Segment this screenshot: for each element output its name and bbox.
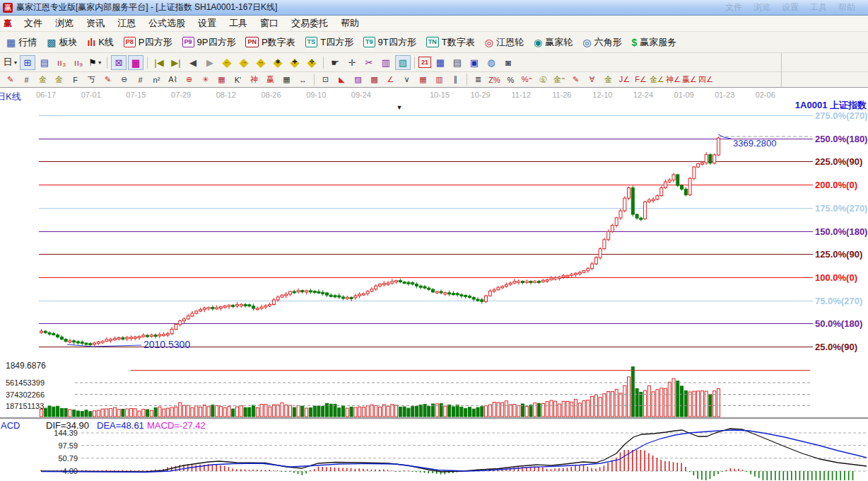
t-square-button[interactable]: TST四方形 — [300, 33, 358, 52]
menu-item-7[interactable]: 工具 — [223, 16, 254, 31]
draw-tool-icon-40[interactable]: J∠ — [617, 74, 632, 86]
draw-tool-icon-9[interactable]: # — [133, 74, 148, 86]
shift-left-icon[interactable]: ◆← — [219, 55, 235, 70]
menu-item-6[interactable]: 设置 — [192, 16, 223, 31]
draw-tool-icon-38[interactable]: ∀ — [585, 74, 599, 86]
draw-tool-icon-29[interactable]: ∥ — [448, 74, 463, 86]
draw-tool-icon-12[interactable]: ⊕ — [182, 74, 197, 86]
draw-tool-icon-36[interactable]: 金⁼ — [552, 74, 567, 86]
kline-period-select[interactable]: 日▼ — [3, 55, 18, 70]
first-page-icon[interactable]: |◀ — [151, 55, 167, 70]
calendar-icon[interactable]: 21 — [418, 57, 431, 68]
winner-wheel-button[interactable]: ◉赢家轮 — [529, 33, 577, 52]
draw-tool-icon-34[interactable]: %⁼ — [520, 74, 534, 86]
draw-tool-icon-24[interactable]: ▩ — [367, 74, 382, 86]
draw-tool-icon-11[interactable]: A⌇ — [165, 74, 180, 86]
draw-tool-icon-1[interactable]: ✎ — [3, 74, 18, 86]
draw-tool-icon-45[interactable]: 四∠ — [698, 74, 713, 86]
split3-chart-icon[interactable]: ıı₃ — [54, 55, 69, 70]
p-number-button[interactable]: PNP数字表 — [240, 33, 300, 52]
draw-tool-icon-19[interactable]: ↔ — [295, 74, 310, 86]
draw-tool-icon-16[interactable]: 神 — [247, 74, 262, 86]
draw-tool-icon-28[interactable]: ▥ — [432, 74, 447, 86]
crosshair-tool-icon[interactable]: ✛ — [344, 55, 360, 70]
shift-right-icon[interactable]: ◆→ — [236, 55, 252, 70]
save-icon[interactable]: ▣ — [467, 55, 482, 70]
analysis-window-icon[interactable]: ⊠ — [111, 55, 127, 70]
draw-tool-icon-21[interactable]: ⊡ — [318, 74, 333, 86]
menu-item-10[interactable]: 帮助 — [334, 16, 365, 31]
draw-tool-icon-5[interactable]: F — [68, 74, 83, 86]
menu-item-5[interactable]: 公式选股 — [142, 16, 192, 31]
p-square-button[interactable]: P8P四方形 — [119, 33, 177, 52]
draw-tool-icon-13[interactable]: ✳ — [198, 74, 213, 86]
gann-wheel-button[interactable]: ◎江恩轮 — [480, 33, 529, 52]
draw-tool-icon-31[interactable]: ≣ — [471, 74, 486, 86]
draw-tool-icon-3[interactable]: 金 — [35, 74, 50, 86]
draw-tool-icon-17[interactable]: 赢 — [263, 74, 278, 86]
pattern-tool-icon[interactable]: ▧ — [395, 55, 411, 70]
flag-marker-select[interactable]: ⚑▼ — [88, 55, 103, 70]
split9-chart-icon[interactable]: ıı₉ — [71, 55, 86, 70]
draw-tool-icon-44[interactable]: 赢∠ — [682, 74, 697, 86]
menu-item-8[interactable]: 窗口 — [254, 16, 285, 31]
p9-square-button[interactable]: P99P四方形 — [177, 33, 241, 52]
draw-tool-icon-6[interactable]: 丂 — [84, 74, 99, 86]
cut-tool-icon[interactable]: ✂ — [361, 55, 377, 70]
prev-page-icon[interactable]: ◀ — [185, 55, 201, 70]
compress-icon[interactable]: ◆✱ — [270, 55, 286, 70]
screenshot-icon[interactable]: ◙ — [500, 55, 516, 70]
draw-tool-icon-15[interactable]: K' — [230, 74, 245, 86]
last-page-icon[interactable]: ▶| — [168, 55, 184, 70]
color-bars-icon[interactable]: ▆ — [128, 55, 143, 70]
quotes-button[interactable]: ▦行情 — [1, 33, 42, 52]
web-link-icon[interactable]: ◍ — [483, 55, 499, 70]
draw-tool-icon-35[interactable]: ㊎ — [536, 74, 551, 86]
window-layout-icon[interactable]: ⊞ — [20, 55, 35, 70]
draw-tool-icon-37[interactable]: ✎ — [568, 74, 583, 86]
draw-tool-icon-10[interactable]: n² — [149, 74, 164, 86]
blocks-button[interactable]: ▩板块 — [42, 33, 82, 52]
hand-tool-icon[interactable]: ☛ — [327, 55, 343, 70]
draw-tool-icon-39[interactable]: 金 — [601, 74, 616, 86]
draw-tool-icon-18[interactable]: ▦ — [279, 74, 294, 86]
t-number-button[interactable]: TNT数字表 — [421, 33, 480, 52]
draw-tool-icon-42[interactable]: 金∠ — [650, 74, 664, 86]
draw-tool-icon-8[interactable]: ⊖ — [117, 74, 131, 86]
draw-tool-icon-7[interactable]: ✎ — [100, 74, 115, 86]
draw-tool-icon-33[interactable]: % — [503, 74, 518, 86]
menu-item-1[interactable]: 文件 — [18, 16, 49, 31]
draw-tool-icon-41[interactable]: F∠ — [633, 74, 648, 86]
candle — [73, 341, 76, 342]
menu-item-2[interactable]: 浏览 — [49, 16, 80, 31]
draw-tool-icon-43[interactable]: 神∠ — [666, 74, 681, 86]
notes-icon[interactable]: ▤ — [450, 55, 465, 70]
draw-tool-icon-2[interactable]: # — [19, 74, 34, 86]
kline-button[interactable]: ılıK线 — [82, 33, 118, 52]
candle — [428, 288, 430, 289]
calculator-icon[interactable]: ▦ — [433, 55, 448, 70]
draw-tool-icon-27[interactable]: ▦ — [416, 74, 430, 86]
cross-expand-icon[interactable]: ◆✚ — [287, 55, 303, 70]
candle — [187, 316, 189, 319]
measure-tool-icon[interactable]: ▥ — [378, 55, 394, 70]
draw-tool-icon-4[interactable]: 金 — [52, 74, 66, 86]
chart-area[interactable]: 275.0%(270)250.0%(180)225.0%(90)200.0%(0… — [0, 88, 868, 481]
grid-expand-icon[interactable]: ◆✜ — [304, 55, 319, 70]
chart-canvas[interactable]: 275.0%(270)250.0%(180)225.0%(90)200.0%(0… — [0, 88, 868, 481]
expand-horizontal-icon[interactable]: ◆↔ — [253, 55, 269, 70]
draw-tool-icon-26[interactable]: ∨ — [399, 74, 414, 86]
winner-service-button[interactable]: $赢家服务 — [626, 33, 681, 52]
menu-item-4[interactable]: 江恩 — [111, 16, 142, 31]
hexagon-button[interactable]: ◎六角形 — [577, 33, 626, 52]
draw-tool-icon-25[interactable]: ∠ — [383, 74, 398, 86]
next-page-icon[interactable]: ▶ — [202, 55, 218, 70]
t9-square-button[interactable]: T99T四方形 — [358, 33, 421, 52]
menu-item-9[interactable]: 交易委托 — [285, 16, 334, 31]
draw-tool-icon-32[interactable]: Z% — [487, 74, 502, 86]
menu-item-3[interactable]: 资讯 — [80, 16, 111, 31]
draw-tool-icon-14[interactable]: ▦ — [214, 74, 229, 86]
draw-tool-icon-22[interactable]: ◣ — [334, 74, 349, 86]
list-view-icon[interactable]: ▤ — [37, 55, 52, 70]
draw-tool-icon-23[interactable]: ▨ — [351, 74, 365, 86]
